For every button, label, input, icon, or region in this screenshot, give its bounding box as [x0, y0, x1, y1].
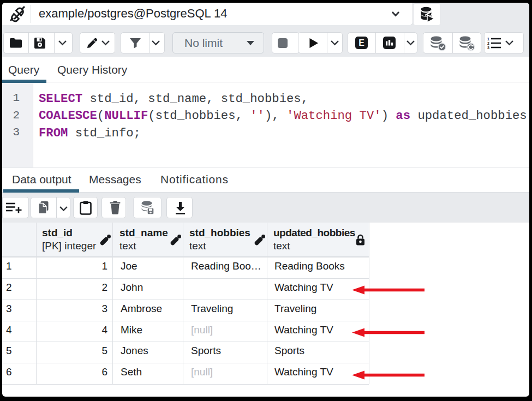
svg-text:2: 2 [487, 41, 489, 45]
svg-text:3: 3 [487, 46, 489, 49]
svg-text:1: 1 [487, 37, 489, 41]
